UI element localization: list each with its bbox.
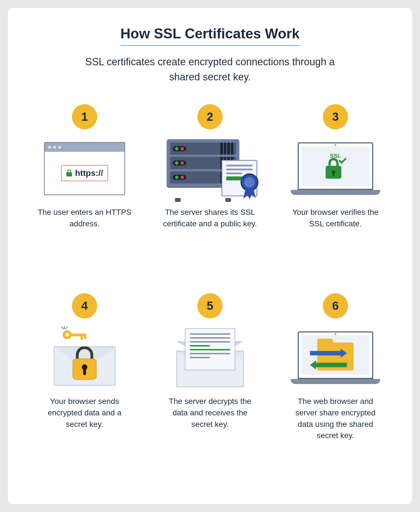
step-badge: 1 bbox=[72, 104, 97, 129]
step-badge: 6 bbox=[323, 293, 348, 318]
svg-rect-8 bbox=[84, 336, 86, 339]
ribbon-seal-icon bbox=[238, 173, 261, 201]
step-caption: The web browser and server share encrypt… bbox=[288, 396, 383, 441]
step-6: 6 bbox=[281, 293, 390, 493]
step-badge: 5 bbox=[197, 293, 223, 318]
svg-rect-3 bbox=[333, 173, 334, 176]
step-caption: The server shares its SSL certificate an… bbox=[162, 207, 258, 229]
infographic-card: How SSL Certificates Work SSL certificat… bbox=[8, 8, 412, 504]
https-text: https:// bbox=[75, 168, 103, 178]
svg-rect-6 bbox=[71, 334, 86, 336]
https-url-box: https:// bbox=[61, 165, 108, 181]
step-3: 3 SSL bbox=[281, 104, 390, 281]
server-certificate-icon bbox=[167, 138, 253, 199]
page-title: How SSL Certificates Work bbox=[120, 25, 300, 46]
step-badge: 2 bbox=[197, 104, 223, 129]
svg-point-5 bbox=[65, 333, 69, 337]
page-subtitle: SSL certificates create encrypted connec… bbox=[84, 54, 336, 85]
step-caption: The server decrypts the data and receive… bbox=[162, 396, 258, 430]
step-caption: Your browser verifies the SSL certificat… bbox=[288, 207, 383, 229]
envelope-document-icon bbox=[176, 327, 244, 388]
step-caption: Your browser sends encrypted data and a … bbox=[37, 396, 132, 430]
padlock-icon bbox=[66, 169, 72, 177]
step-1: 1 https:// The user enters an HTTPS addr… bbox=[30, 104, 139, 281]
svg-rect-7 bbox=[81, 336, 83, 340]
padlock-gold-icon bbox=[71, 346, 99, 380]
lock-check-icon bbox=[325, 157, 346, 180]
folder-icon bbox=[317, 343, 354, 371]
steps-grid: 1 https:// The user enters an HTTPS addr… bbox=[30, 104, 390, 493]
arrow-right-icon bbox=[310, 349, 347, 358]
laptop-folder-transfer-icon bbox=[293, 327, 377, 388]
step-caption: The user enters an HTTPS address. bbox=[37, 207, 132, 229]
step-badge: 3 bbox=[323, 104, 348, 129]
svg-point-1 bbox=[244, 177, 255, 188]
laptop-ssl-icon: SSL bbox=[293, 138, 377, 199]
step-badge: 4 bbox=[72, 293, 97, 318]
step-2: 2 bbox=[156, 104, 264, 281]
step-4: 4 bbox=[30, 293, 139, 493]
arrow-left-icon bbox=[310, 360, 347, 369]
key-icon bbox=[61, 326, 92, 342]
envelope-lock-key-icon bbox=[48, 327, 121, 388]
svg-rect-11 bbox=[83, 369, 86, 375]
document-icon bbox=[185, 328, 235, 370]
step-5: 5 The server decrypts the data and recei… bbox=[156, 293, 264, 493]
browser-https-icon: https:// bbox=[44, 138, 125, 199]
